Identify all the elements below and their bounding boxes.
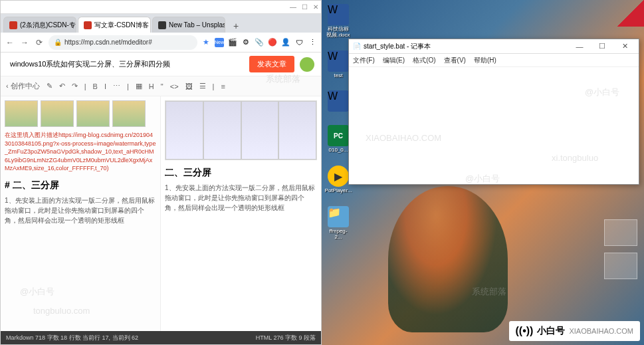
close-button[interactable]: ✕ xyxy=(615,42,635,51)
tab-strip: (2条消息)CSDN-专× 写文章-CSDN博客× New Tab – Unsp… xyxy=(1,14,321,33)
preview-paragraph: 1、先安装上面的方法实现一版二分屏，然后用鼠标拖动窗口，此时是让你先拖动窗口到屏… xyxy=(165,183,317,213)
notepad-window: 📄 start_style.bat - 记事本 — ☐ ✕ 文件(F) 编辑(E… xyxy=(348,39,639,185)
bookmark-icon[interactable]: ★ xyxy=(201,38,211,47)
close-button[interactable]: ✕ xyxy=(313,3,318,11)
brand-name: 小白号 xyxy=(537,325,565,337)
menu-file[interactable]: 文件(F) xyxy=(353,56,375,65)
tab-unsplash[interactable]: New Tab – Unsplash× xyxy=(152,17,225,33)
ext-icon[interactable]: ⚙ xyxy=(241,38,251,47)
toolbar-label[interactable]: ‹ 创作中心 xyxy=(6,81,40,91)
icon-label: test xyxy=(334,73,343,79)
thumbnail[interactable] xyxy=(112,100,146,127)
tool-redo-icon[interactable]: ↷ xyxy=(72,82,78,90)
tool-more-icon[interactable]: ⋯ xyxy=(113,82,120,90)
tool-italic-icon[interactable]: I xyxy=(104,82,106,90)
desktop-thumbnail[interactable] xyxy=(604,253,637,279)
editor-header: 发表文章 xyxy=(1,53,321,76)
maximize-button[interactable]: ☐ xyxy=(302,3,308,11)
address-bar: ← → ⟳ 🔒https://mp.csdn.net/mdeditor# ★ N… xyxy=(1,33,321,53)
tool-table-icon[interactable]: ▦ xyxy=(136,82,142,90)
notepad-titlebar[interactable]: 📄 start_style.bat - 记事本 — ☐ ✕ xyxy=(349,39,639,54)
markdown-source-pane[interactable]: 在这里填入图片描述https://img-blog.csdnimg.cn/201… xyxy=(1,96,161,331)
editor-toolbar: ‹ 创作中心 ✎ ↶ ↷ | B I ⋯ | ▦ H " <> 🖼 ☰ | ≡ xyxy=(1,76,321,96)
ext-icon[interactable]: 📎 xyxy=(255,38,264,47)
icon-label: 科技信标视频.docx xyxy=(326,27,351,39)
browser-window: — ☐ ✕ (2条消息)CSDN-专× 写文章-CSDN博客× New Tab … xyxy=(0,0,322,345)
avatar[interactable] xyxy=(300,57,314,72)
potplayer-icon: ▶ xyxy=(328,166,349,187)
new-tab-button[interactable]: + xyxy=(229,19,243,33)
tool-undo-icon[interactable]: ↶ xyxy=(59,82,65,90)
desktop-icon-word-file[interactable]: W xyxy=(326,90,351,113)
tool-quote-icon[interactable]: " xyxy=(161,82,163,90)
word-file-icon: W xyxy=(328,90,349,112)
desktop-icon-pycharm[interactable]: PC010_0... xyxy=(326,125,351,154)
desktop-icon-ffmpeg[interactable]: 📁ffmpeg-2... xyxy=(326,206,351,241)
publish-button[interactable]: 发表文章 xyxy=(249,56,294,72)
notepad-textarea[interactable] xyxy=(349,67,639,184)
ext-icon[interactable]: 👤 xyxy=(281,38,290,47)
word-doc-icon: W xyxy=(328,4,349,25)
back-button[interactable]: ← xyxy=(5,37,15,48)
maximize-button[interactable]: ☐ xyxy=(592,42,612,51)
lock-icon: 🔒 xyxy=(54,39,62,46)
tool-edit-icon[interactable]: ✎ xyxy=(47,82,53,90)
menu-format[interactable]: 格式(O) xyxy=(413,56,435,65)
markdown-paragraph[interactable]: 1、先安装上面的方法实现一版二分屏，然后用鼠标拖动窗口，此时是让你先拖动窗口到屏… xyxy=(5,195,156,225)
forward-button[interactable]: → xyxy=(19,37,30,48)
minimize-button[interactable]: — xyxy=(290,3,296,11)
reload-button[interactable]: ⟳ xyxy=(34,37,45,48)
menu-help[interactable]: 帮助(H) xyxy=(474,56,496,65)
tool-code-icon[interactable]: <> xyxy=(170,82,179,90)
ext-icon[interactable]: 🔴 xyxy=(268,38,277,47)
menu-view[interactable]: 查看(V) xyxy=(444,56,466,65)
minimize-button[interactable]: — xyxy=(570,43,590,51)
markdown-image-link[interactable]: 在这里填入图片描述https://img-blog.csdnimg.cn/201… xyxy=(5,131,156,173)
tool-list-icon[interactable]: ☰ xyxy=(199,82,206,90)
image-thumbnails xyxy=(5,100,156,127)
desktop-icon-word-doc[interactable]: W科技信标视频.docx xyxy=(326,4,351,39)
thumbnail[interactable] xyxy=(76,100,110,127)
desktop: W科技信标视频.docxWtestWPC010_0...▶PotPlayer..… xyxy=(322,0,644,345)
article-title-input[interactable] xyxy=(7,57,244,72)
wallpaper-figure xyxy=(388,186,508,332)
window-titlebar: — ☐ ✕ xyxy=(1,1,321,14)
brand-url: XIAOBAIHAO.COM xyxy=(569,327,633,335)
preview-pane: 二、三分屏 1、先安装上面的方法实现一版二分屏，然后用鼠标拖动窗口，此时是让你先… xyxy=(161,96,321,331)
desktop-thumbnail[interactable] xyxy=(604,219,637,246)
preview-image xyxy=(165,100,317,160)
menu-icon[interactable]: ⋮ xyxy=(308,38,317,47)
icon-label: ffmpeg-2... xyxy=(326,229,351,241)
editor-body: 在这里填入图片描述https://img-blog.csdnimg.cn/201… xyxy=(1,96,321,331)
thumbnail[interactable] xyxy=(41,100,74,127)
tab-csdn-editor[interactable]: 写文章-CSDN博客× xyxy=(78,17,151,33)
notepad-icon: 📄 xyxy=(353,43,361,50)
extension-icons: ★ New 🎬 ⚙ 📎 🔴 👤 🛡 ⋮ xyxy=(201,38,317,47)
desktop-icon-test-doc[interactable]: Wtest xyxy=(326,51,351,79)
status-left: Markdown 718 字数 18 行数 当前行 17, 当前列 62 xyxy=(6,334,138,342)
thumbnail[interactable] xyxy=(5,100,38,127)
ext-icon[interactable]: 🛡 xyxy=(294,38,304,47)
icon-label: PotPlayer... xyxy=(325,188,352,194)
tool-image-icon[interactable]: 🖼 xyxy=(185,82,193,90)
desktop-icon-potplayer[interactable]: ▶PotPlayer... xyxy=(326,166,351,194)
tool-layout-icon[interactable]: ≡ xyxy=(221,82,225,90)
brand-badge: ((•)) 小白号 XIAOBAIHAO.COM xyxy=(509,321,641,341)
notepad-title: start_style.bat - 记事本 xyxy=(364,42,431,51)
tab-csdn-home[interactable]: (2条消息)CSDN-专× xyxy=(3,17,76,33)
preview-heading: 二、三分屏 xyxy=(165,167,317,179)
ext-new-badge[interactable]: New xyxy=(215,38,224,47)
status-right: HTML 276 字数 9 段落 xyxy=(256,334,316,342)
ffmpeg-icon: 📁 xyxy=(328,206,349,227)
test-doc-icon: W xyxy=(328,51,349,72)
tool-heading-icon[interactable]: H xyxy=(149,82,154,90)
status-bar: Markdown 718 字数 18 行数 当前行 17, 当前列 62 HTM… xyxy=(1,331,321,344)
icon-label: 010_0... xyxy=(329,148,348,154)
tool-bold-icon[interactable]: B xyxy=(93,82,98,90)
accent-decoration xyxy=(617,0,644,27)
ext-icon[interactable]: 🎬 xyxy=(228,38,237,47)
markdown-heading[interactable]: # 二、三分屏 xyxy=(5,179,156,191)
pycharm-icon: PC xyxy=(328,125,349,146)
url-input[interactable]: 🔒https://mp.csdn.net/mdeditor# xyxy=(49,35,197,50)
menu-edit[interactable]: 编辑(E) xyxy=(383,56,405,65)
